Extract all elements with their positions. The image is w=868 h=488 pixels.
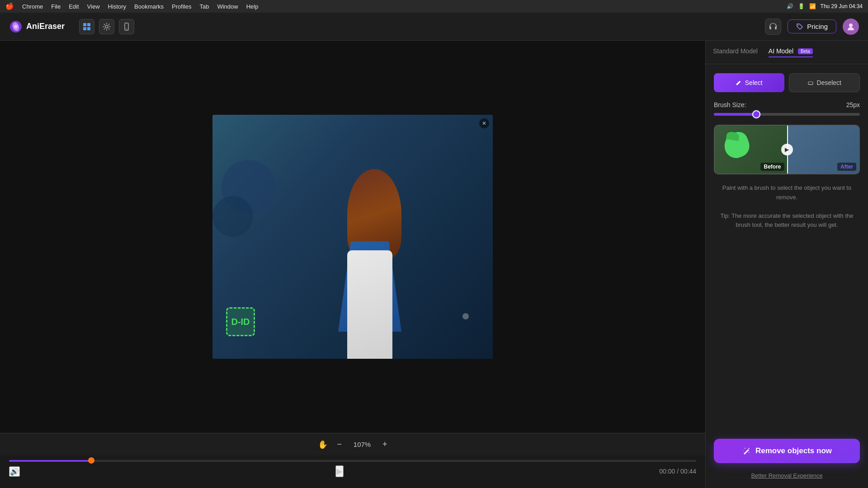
headphone-button[interactable] [765,19,781,35]
hand-tool-button[interactable]: ✋ [318,440,328,450]
panel-body: Select Deselect Brush Size: 25px [706,64,868,488]
mac-menubar: 🍎 Chrome File Edit View History Bookmark… [0,0,868,13]
menu-view[interactable]: View [87,3,100,10]
menu-icon-1: 🔊 [787,3,793,9]
volume-icon: 🔊 [10,468,19,475]
did-watermark: D-ID [226,307,255,336]
svg-point-9 [126,28,127,29]
video-area: D-ID ✕ ✋ − 107% + [0,41,705,488]
preview-before-label: Before [760,163,784,171]
pricing-label: Pricing [807,23,828,30]
tab-standard-model[interactable]: Standard Model [713,47,758,57]
titlebar-right: Pricing [765,19,859,35]
menu-help[interactable]: Help [246,3,259,10]
tool-btn-1[interactable] [79,19,94,34]
titlebar-tools [79,19,134,34]
timeline-bar[interactable] [9,460,696,462]
model-tabs: Standard Model AI Model Beta [706,41,868,64]
menu-history[interactable]: History [108,3,126,10]
pencil-icon [736,80,742,86]
mobile-icon [123,23,131,31]
menu-tab[interactable]: Tab [199,3,209,10]
preview-after-label: After [837,163,856,171]
tab-ai-model[interactable]: AI Model Beta [769,47,813,57]
video-background: D-ID [212,115,493,359]
select-button[interactable]: Select [714,73,784,92]
tip-main-text: Paint with a brush to select the object … [714,183,860,202]
menu-profiles[interactable]: Profiles [172,3,191,10]
standard-model-label: Standard Model [713,47,758,55]
better-removal-link[interactable]: Better Removal Experience [714,472,860,479]
volume-button[interactable]: 🔊 [9,466,20,477]
time-separator: / [677,468,680,475]
preview-card: Before ▶ After [714,125,860,174]
app-chrome: AniEraser [0,13,868,488]
menu-bookmarks[interactable]: Bookmarks [134,3,164,10]
svg-point-16 [743,450,743,451]
brush-size-row: Brush Size: 25px [714,101,860,116]
svg-point-2 [14,25,18,28]
time-total: 00:44 [680,468,696,475]
app-titlebar: AniEraser [0,13,868,41]
menu-window[interactable]: Window [217,3,238,10]
timeline-scrubber[interactable] [88,457,94,464]
timeline-area: 🔊 ▶ 00:00 / 00:44 [0,455,705,488]
preview-arrow-icon: ▶ [781,144,793,155]
system-clock: Thu 29 Jun 04:34 [821,3,863,9]
canvas-container: D-ID ✕ [0,41,705,433]
menu-icon-wifi: 📶 [809,3,816,9]
svg-rect-4 [87,23,90,26]
select-deselect-row: Select Deselect [714,73,860,92]
app-logo: AniEraser [9,20,65,33]
plus-icon: + [382,440,387,449]
app-name-label: AniEraser [26,22,65,31]
tip-hint-text: Tip: The more accurate the selected obje… [714,211,860,230]
zoom-out-button[interactable]: − [337,440,342,449]
time-display: 00:00 / 00:44 [659,468,696,475]
wave-shape-2 [212,196,253,237]
pricing-button[interactable]: Pricing [788,19,836,33]
character-shirt [347,250,392,359]
svg-point-15 [749,452,750,453]
did-logo: D-ID [226,307,255,336]
menu-file[interactable]: File [51,3,61,10]
eraser-icon [807,80,814,86]
brush-size-slider[interactable] [714,113,860,116]
brush-label-row: Brush Size: 25px [714,101,860,108]
settings-icon [103,23,111,31]
character-body [320,169,429,359]
timeline-progress [9,460,91,462]
main-content: D-ID ✕ ✋ − 107% + [0,41,868,488]
brush-size-label: Brush Size: [714,101,746,108]
bg-waves [212,160,303,296]
minus-icon: − [337,440,342,449]
menu-chrome[interactable]: Chrome [22,3,43,10]
grid-icon [83,23,91,31]
zoom-level: 107% [351,441,373,448]
deselect-button[interactable]: Deselect [789,73,860,92]
video-frame: D-ID ✕ [212,115,493,359]
svg-point-14 [745,448,745,449]
svg-rect-5 [83,27,86,30]
ai-model-label: AI Model [769,47,793,55]
spacer [714,239,860,430]
tool-btn-2[interactable] [99,19,114,34]
apple-menu[interactable]: 🍎 [5,2,14,10]
beta-badge: Beta [798,48,813,54]
brush-size-value: 25px [846,101,860,108]
remove-objects-button[interactable]: Remove objects now [714,439,860,463]
controls-bar: ✋ − 107% + [0,433,705,455]
menu-edit[interactable]: Edit [69,3,79,10]
headphone-icon [769,22,778,31]
tool-btn-3[interactable] [119,19,134,34]
time-current: 00:00 [659,468,675,475]
canvas-close-button[interactable]: ✕ [479,118,489,128]
preview-after: After [787,126,859,174]
right-panel: Standard Model AI Model Beta Select [705,41,868,488]
user-avatar[interactable] [843,19,859,35]
play-icon: ▶ [336,467,343,476]
remove-button-label: Remove objects now [755,446,832,455]
zoom-in-button[interactable]: + [382,440,387,449]
play-button[interactable]: ▶ [335,465,344,477]
select-label: Select [745,79,763,86]
